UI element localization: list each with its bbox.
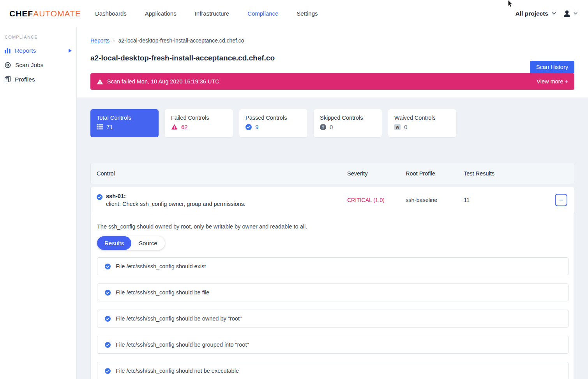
warning-icon — [97, 79, 103, 85]
list-item: File /etc/ssh/ssh_config should be owned… — [97, 310, 569, 328]
control-detail-panel: The ssh_config should owned by root, onl… — [91, 213, 574, 379]
root-profile-value: ssh-baseline — [406, 197, 464, 203]
logo-automate: AUTOMATE — [33, 9, 81, 18]
result-text: File /etc/ssh/ssh_config should be owned… — [116, 315, 242, 322]
card-label: Failed Controls — [171, 115, 227, 121]
waived-icon: w — [394, 124, 401, 130]
scan-history-button[interactable]: Scan History — [530, 61, 574, 73]
breadcrumb-reports-link[interactable]: Reports — [90, 37, 109, 44]
card-count: 9 — [255, 124, 258, 130]
card-skipped-controls[interactable]: Skipped Controls ? 0 — [314, 109, 382, 137]
check-circle-icon — [105, 368, 111, 374]
breadcrumb: Reports › a2-local-desktop-fresh-install… — [90, 37, 574, 44]
control-card: ssh-01: client: Check ssh_config owner, … — [90, 187, 574, 379]
nav-item-compliance[interactable]: Compliance — [247, 10, 278, 17]
warning-icon — [171, 124, 178, 130]
bar-chart-icon — [5, 48, 11, 53]
sidebar-item-label: Profiles — [15, 76, 35, 83]
list-item: File /etc/ssh/ssh_config should be group… — [97, 336, 569, 354]
check-circle-icon — [105, 290, 111, 296]
scan-failed-banner: Scan failed Mon, 10 Aug 2020 16:19:36 UT… — [90, 73, 574, 90]
sidebar-item-reports[interactable]: Reports — [0, 43, 76, 58]
top-nav: CHEFAUTOMATE Dashboards Applications Inf… — [0, 0, 588, 27]
collapse-row-button[interactable]: − — [555, 194, 567, 206]
detail-tabs: Results Source — [97, 236, 165, 250]
radar-icon — [5, 62, 11, 68]
card-failed-controls[interactable]: Failed Controls 62 — [165, 109, 233, 137]
card-count: 0 — [330, 124, 333, 130]
check-circle-icon — [105, 342, 111, 348]
sidebar-item-label: Reports — [15, 47, 36, 54]
question-icon: ? — [320, 124, 326, 130]
main-content: Reports › a2-local-desktop-fresh-install… — [77, 27, 588, 379]
table-header-row: Control Severity Root Profile Test Resul… — [90, 163, 574, 184]
result-text: File /etc/ssh/ssh_config should exist — [116, 263, 206, 269]
card-label: Waived Controls — [394, 115, 450, 121]
chevron-right-icon[interactable] — [69, 49, 72, 53]
nav-item-applications[interactable]: Applications — [145, 10, 177, 17]
control-detail-description: The ssh_config should owned by root, onl… — [97, 223, 568, 230]
logo-chef: CHEF — [9, 9, 33, 18]
result-text: File /etc/ssh/ssh_config should be file — [116, 289, 209, 296]
card-count: 62 — [181, 124, 188, 130]
results-list: File /etc/ssh/ssh_config should exist Fi… — [97, 257, 568, 379]
col-header-root-profile: Root Profile — [406, 170, 464, 177]
check-circle-icon — [245, 124, 252, 130]
controls-table: Control Severity Root Profile Test Resul… — [90, 163, 574, 379]
projects-dropdown-label[interactable]: All projects — [516, 10, 548, 17]
profiles-icon — [5, 76, 11, 82]
nav-item-dashboards[interactable]: Dashboards — [95, 10, 127, 17]
check-circle-icon — [105, 316, 111, 322]
card-label: Skipped Controls — [320, 115, 376, 121]
summary-cards: Total Controls 71 Failed Controls 62 Pas… — [90, 109, 574, 137]
check-circle-icon — [105, 264, 111, 269]
chevron-down-icon[interactable] — [552, 12, 556, 15]
breadcrumb-separator-icon: › — [113, 37, 115, 44]
check-circle-icon — [97, 194, 102, 200]
banner-view-more[interactable]: View more + — [537, 78, 568, 85]
control-id: ssh-01: — [106, 193, 245, 199]
card-waived-controls[interactable]: Waived Controls w 0 — [388, 109, 456, 137]
sidebar-item-scan-jobs[interactable]: Scan Jobs — [0, 58, 76, 72]
sidebar-item-label: Scan Jobs — [15, 62, 43, 69]
sidebar-item-profiles[interactable]: Profiles — [0, 72, 76, 87]
page-header: Reports › a2-local-desktop-fresh-install… — [77, 27, 588, 97]
card-total-controls[interactable]: Total Controls 71 — [90, 109, 159, 137]
table-row[interactable]: ssh-01: client: Check ssh_config owner, … — [91, 187, 574, 213]
card-label: Passed Controls — [245, 115, 301, 121]
card-count: 71 — [106, 124, 113, 130]
user-menu[interactable] — [563, 9, 578, 18]
list-icon — [97, 124, 103, 129]
col-header-test-results: Test Results — [464, 170, 574, 177]
list-item: File /etc/ssh/ssh_config should exist — [97, 257, 569, 275]
nav-right-group: All projects — [516, 9, 578, 18]
banner-message: Scan failed Mon, 10 Aug 2020 16:19:36 UT… — [107, 78, 219, 85]
page-title: a2-local-desktop-fresh-install-acceptanc… — [90, 54, 574, 62]
result-text: File /etc/ssh/ssh_config should not be e… — [116, 368, 239, 374]
nav-item-settings[interactable]: Settings — [297, 10, 318, 17]
sidebar-section-title: COMPLIANCE — [5, 35, 76, 39]
control-description: client: Check ssh_config owner, group an… — [106, 201, 245, 207]
result-text: File /etc/ssh/ssh_config should be group… — [116, 342, 249, 348]
tab-source[interactable]: Source — [131, 236, 165, 250]
card-label: Total Controls — [97, 115, 152, 121]
user-icon — [563, 9, 571, 18]
breadcrumb-current: a2-local-desktop-fresh-install-acceptanc… — [118, 37, 244, 44]
col-header-control: Control — [97, 170, 347, 177]
card-passed-controls[interactable]: Passed Controls 9 — [239, 109, 307, 137]
list-item: File /etc/ssh/ssh_config should be file — [97, 283, 569, 301]
chevron-down-icon — [574, 12, 578, 15]
severity-value: CRITICAL (1.0) — [347, 197, 406, 203]
primary-nav: Dashboards Applications Infrastructure C… — [95, 10, 318, 17]
list-item: File /etc/ssh/ssh_config should not be e… — [97, 362, 569, 379]
col-header-severity: Severity — [347, 170, 406, 177]
card-count: 0 — [404, 124, 407, 130]
nav-item-infrastructure[interactable]: Infrastructure — [195, 10, 229, 17]
tab-results[interactable]: Results — [97, 236, 131, 250]
compliance-sidebar: COMPLIANCE Reports Scan Jobs Profiles — [0, 27, 77, 379]
chef-automate-logo[interactable]: CHEFAUTOMATE — [9, 9, 81, 18]
